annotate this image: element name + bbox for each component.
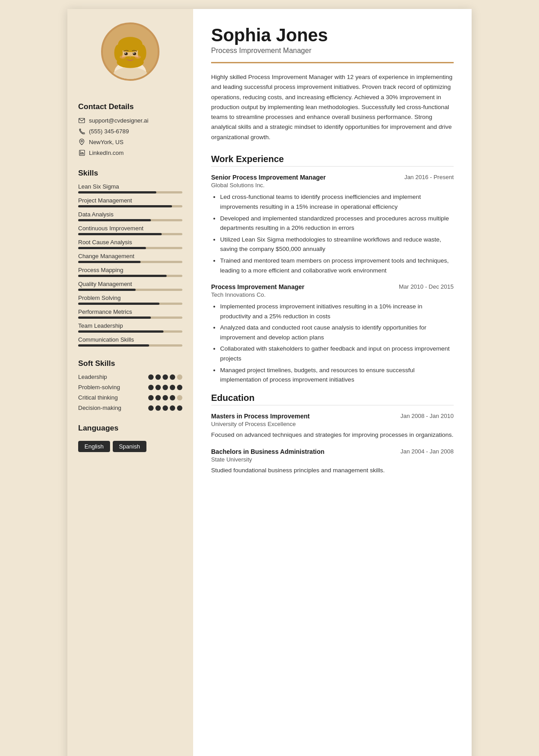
dot-filled xyxy=(155,395,161,400)
job-bullet: Analyzed data and conducted root cause a… xyxy=(220,323,454,342)
education-heading: Education xyxy=(211,393,454,403)
contact-section-title: Contact Details xyxy=(78,102,182,111)
job-dates: Jan 2016 - Present xyxy=(404,174,454,180)
edu-dates: Jan 2008 - Jan 2010 xyxy=(400,413,454,419)
skill-item: Change Management xyxy=(78,253,182,263)
soft-skill-name: Decision-making xyxy=(78,404,121,411)
contact-item: LinkedIn.com xyxy=(78,149,182,156)
edu-dates: Jan 2004 - Jan 2008 xyxy=(400,448,454,455)
contact-icon xyxy=(78,117,85,124)
soft-skill-item: Leadership xyxy=(78,374,182,380)
skill-bar-fill xyxy=(78,205,172,207)
dot-filled xyxy=(170,385,175,390)
edu-description: Studied foundational business principles… xyxy=(211,466,454,475)
edu-degree: Masters in Process Improvement xyxy=(211,413,309,420)
candidate-name: Sophia Jones xyxy=(211,25,454,45)
skill-bar-fill xyxy=(78,219,151,221)
skill-item: Communication Skills xyxy=(78,336,182,347)
skill-bar-bg xyxy=(78,344,182,347)
contact-text: LinkedIn.com xyxy=(89,149,124,156)
job-bullet: Led cross-functional teams to identify p… xyxy=(220,192,454,211)
skills-section-title: Skills xyxy=(78,169,182,178)
job-header: Senior Process Improvement ManagerJan 20… xyxy=(211,174,454,181)
skill-bar-bg xyxy=(78,233,182,235)
dot-filled xyxy=(155,405,161,411)
contact-item: (555) 345-6789 xyxy=(78,127,182,135)
dot-filled xyxy=(163,385,168,390)
skill-item: Data Analysis xyxy=(78,211,182,221)
skill-bar-fill xyxy=(78,344,149,347)
resume-container: Contact Details support@cvdesigner.ai(55… xyxy=(67,9,472,756)
jobs-list: Senior Process Improvement ManagerJan 20… xyxy=(211,174,454,385)
skill-item: Continuous Improvement xyxy=(78,225,182,235)
job-bullet: Implemented process improvement initiati… xyxy=(220,302,454,321)
skill-bar-fill xyxy=(78,316,151,319)
job-bullet: Collaborated with stakeholders to gather… xyxy=(220,344,454,363)
skill-name: Continuous Improvement xyxy=(78,225,182,232)
skill-item: Team Leadership xyxy=(78,322,182,333)
skill-bar-fill xyxy=(78,275,167,277)
soft-skills-section-title: Soft Skills xyxy=(78,359,182,368)
candidate-job-title: Process Improvement Manager xyxy=(211,47,454,55)
dot-filled xyxy=(148,395,154,400)
dot-filled xyxy=(177,385,182,390)
skill-bar-bg xyxy=(78,205,182,207)
svg-point-13 xyxy=(120,55,126,59)
dot-filled xyxy=(148,385,154,390)
header-divider xyxy=(211,62,454,63)
job-bullet: Developed and implemented standardized p… xyxy=(220,214,454,233)
skill-bar-bg xyxy=(78,316,182,319)
education-item: Bachelors in Business AdministrationJan … xyxy=(211,448,454,475)
skill-name: Process Mapping xyxy=(78,267,182,273)
edu-school: University of Process Excellence xyxy=(211,421,454,427)
soft-skill-dots xyxy=(148,374,182,380)
skill-bar-bg xyxy=(78,330,182,333)
education-divider xyxy=(211,405,454,406)
dot-filled xyxy=(148,374,154,380)
dot-filled xyxy=(148,405,154,411)
summary-text: Highly skilled Process Improvement Manag… xyxy=(211,72,454,142)
edu-description: Focused on advanced techniques and strat… xyxy=(211,430,454,440)
skill-bar-fill xyxy=(78,289,136,291)
skill-bar-fill xyxy=(78,303,159,305)
edu-header: Bachelors in Business AdministrationJan … xyxy=(211,448,454,455)
svg-point-11 xyxy=(125,53,126,53)
skill-bar-fill xyxy=(78,233,162,235)
skill-bar-fill xyxy=(78,247,146,249)
job-bullets: Led cross-functional teams to identify p… xyxy=(211,192,454,275)
dot-filled xyxy=(170,395,175,400)
skill-item: Process Mapping xyxy=(78,267,182,277)
avatar-container xyxy=(78,22,182,81)
soft-skill-dots xyxy=(148,405,182,411)
skill-bar-bg xyxy=(78,275,182,277)
job-bullet: Utilized Lean Six Sigma methodologies to… xyxy=(220,235,454,254)
edu-degree: Bachelors in Business Administration xyxy=(211,448,324,455)
skill-item: Lean Six Sigma xyxy=(78,183,182,193)
skills-list: Lean Six SigmaProject ManagementData Ana… xyxy=(78,183,182,350)
svg-point-14 xyxy=(135,55,141,59)
contact-item: support@cvdesigner.ai xyxy=(78,117,182,124)
education-item: Masters in Process ImprovementJan 2008 -… xyxy=(211,413,454,440)
skill-bar-fill xyxy=(78,330,163,333)
main-content: Sophia Jones Process Improvement Manager… xyxy=(193,9,472,756)
edu-school: State University xyxy=(211,456,454,463)
soft-skill-item: Problem-solving xyxy=(78,384,182,391)
skill-bar-bg xyxy=(78,289,182,291)
skill-item: Quality Management xyxy=(78,281,182,291)
svg-point-19 xyxy=(80,151,81,152)
contact-text: (555) 345-6789 xyxy=(89,128,129,135)
skill-bar-bg xyxy=(78,261,182,263)
job-item: Senior Process Improvement ManagerJan 20… xyxy=(211,174,454,275)
soft-skill-item: Decision-making xyxy=(78,404,182,411)
dot-filled xyxy=(170,405,175,411)
dot-empty xyxy=(177,395,182,400)
contact-icon xyxy=(78,127,85,135)
dot-filled xyxy=(155,374,161,380)
job-company: Tech Innovations Co. xyxy=(211,291,454,298)
skill-name: Root Cause Analysis xyxy=(78,239,182,246)
job-header: Process Improvement ManagerMar 2010 - De… xyxy=(211,283,454,290)
skill-name: Communication Skills xyxy=(78,336,182,343)
skill-bar-bg xyxy=(78,247,182,249)
education-list: Masters in Process ImprovementJan 2008 -… xyxy=(211,413,454,475)
svg-rect-18 xyxy=(80,152,81,155)
